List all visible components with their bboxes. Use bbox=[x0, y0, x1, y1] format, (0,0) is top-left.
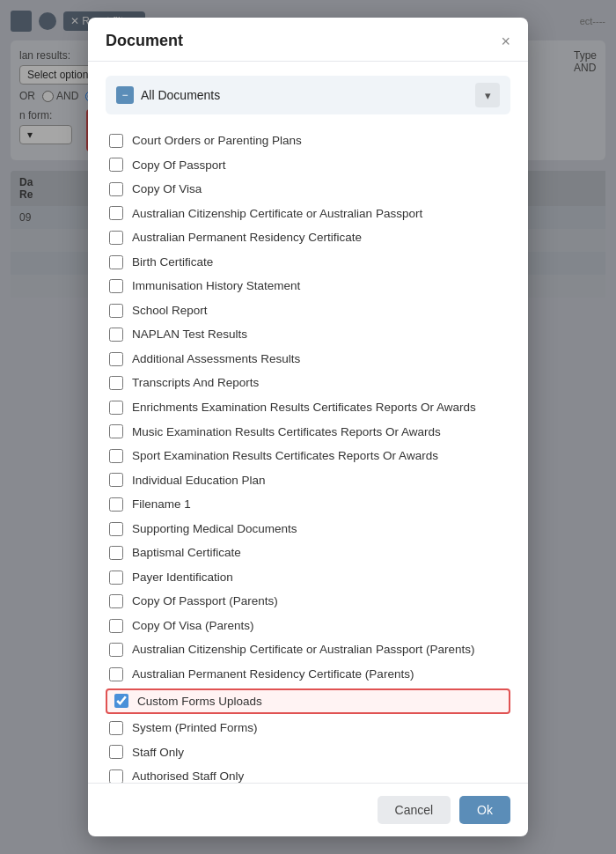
list-item: Custom Forms Uploads bbox=[106, 688, 510, 715]
checkbox-baptismal[interactable] bbox=[109, 546, 123, 560]
item-label-aus-citizenship: Australian Citizenship Certificate or Au… bbox=[132, 206, 422, 222]
list-item: Music Examination Results Certificates R… bbox=[106, 420, 510, 445]
checkbox-authorised-staff[interactable] bbox=[109, 769, 123, 783]
checkbox-aus-citizenship[interactable] bbox=[109, 206, 123, 220]
list-item: System (Printed Forms) bbox=[106, 716, 510, 740]
list-item: Staff Only bbox=[106, 740, 510, 765]
item-label-staff-only: Staff Only bbox=[132, 745, 184, 761]
list-item: Supporting Medical Documents bbox=[106, 517, 510, 541]
item-label-transcripts: Transcripts And Reports bbox=[132, 375, 259, 391]
list-item: Payer Identification bbox=[106, 565, 510, 590]
list-item: Australian Citizenship Certificate or Au… bbox=[106, 637, 510, 662]
item-label-school-report: School Report bbox=[132, 303, 208, 319]
list-item: Immunisation History Statement bbox=[106, 274, 510, 298]
list-item: Transcripts And Reports bbox=[106, 371, 510, 395]
checkbox-copy-passport-parents[interactable] bbox=[109, 594, 123, 608]
all-docs-chevron-button[interactable]: ▾ bbox=[475, 83, 500, 107]
list-item: Authorised Staff Only bbox=[106, 764, 510, 783]
list-item: Filename 1 bbox=[106, 492, 510, 517]
list-item: Additional Assessments Results bbox=[106, 347, 510, 372]
checkbox-supporting-medical[interactable] bbox=[109, 522, 123, 536]
item-label-sport-exam: Sport Examination Results Certificates R… bbox=[132, 448, 438, 464]
checkbox-music-exam[interactable] bbox=[109, 424, 123, 438]
all-docs-icon: − bbox=[116, 86, 134, 104]
checkbox-aus-permanent[interactable] bbox=[109, 231, 123, 245]
chevron-down-icon: ▾ bbox=[485, 89, 491, 102]
item-label-additional-assess: Additional Assessments Results bbox=[132, 351, 300, 367]
checkbox-filename1[interactable] bbox=[109, 497, 123, 512]
item-label-court-orders: Court Orders or Parenting Plans bbox=[132, 133, 302, 149]
checkbox-staff-only[interactable] bbox=[109, 745, 123, 759]
item-label-baptismal: Baptismal Certificate bbox=[132, 545, 241, 561]
item-label-copy-passport: Copy Of Passport bbox=[132, 158, 226, 173]
cancel-button[interactable]: Cancel bbox=[378, 796, 451, 824]
item-label-system-printed: System (Printed Forms) bbox=[132, 720, 258, 736]
item-label-enrichments: Enrichments Examination Results Certific… bbox=[132, 400, 476, 416]
checkbox-copy-visa[interactable] bbox=[109, 182, 123, 196]
checkbox-birth-cert[interactable] bbox=[109, 255, 123, 269]
list-item: Enrichments Examination Results Certific… bbox=[106, 395, 510, 420]
list-item: School Report bbox=[106, 298, 510, 323]
document-modal: Document × − All Documents ▾ Court Order… bbox=[88, 18, 528, 836]
item-label-aus-permanent-parents: Australian Permanent Residency Certifica… bbox=[132, 666, 414, 682]
item-label-aus-citizenship-parents: Australian Citizenship Certificate or Au… bbox=[132, 642, 474, 658]
modal-header: Document × bbox=[88, 18, 528, 62]
item-label-custom-forms: Custom Forms Uploads bbox=[137, 694, 262, 710]
list-item: Baptismal Certificate bbox=[106, 541, 510, 565]
list-item: Copy Of Passport (Parents) bbox=[106, 589, 510, 614]
checkbox-naplan[interactable] bbox=[109, 328, 123, 342]
list-item: Court Orders or Parenting Plans bbox=[106, 129, 510, 153]
list-item: NAPLAN Test Results bbox=[106, 322, 510, 347]
list-item: Australian Permanent Residency Certifica… bbox=[106, 662, 510, 687]
list-item: Sport Examination Results Certificates R… bbox=[106, 444, 510, 468]
item-label-copy-passport-parents: Copy Of Passport (Parents) bbox=[132, 593, 278, 609]
item-label-copy-visa: Copy Of Visa bbox=[132, 181, 202, 197]
checkbox-custom-forms[interactable] bbox=[114, 694, 128, 708]
modal-footer: Cancel Ok bbox=[88, 783, 528, 836]
checkbox-additional-assess[interactable] bbox=[109, 352, 123, 366]
modal-close-button[interactable]: × bbox=[501, 33, 510, 49]
item-label-birth-cert: Birth Certificate bbox=[132, 254, 213, 270]
item-label-individual-ed: Individual Education Plan bbox=[132, 473, 266, 489]
ok-button[interactable]: Ok bbox=[459, 796, 510, 824]
list-item: Birth Certificate bbox=[106, 250, 510, 275]
item-label-supporting-medical: Supporting Medical Documents bbox=[132, 521, 297, 537]
all-documents-row[interactable]: − All Documents ▾ bbox=[106, 76, 510, 114]
item-label-immunisation: Immunisation History Statement bbox=[132, 278, 300, 294]
checkbox-sport-exam[interactable] bbox=[109, 449, 123, 463]
item-label-naplan: NAPLAN Test Results bbox=[132, 327, 247, 342]
checkbox-payer-id[interactable] bbox=[109, 571, 123, 585]
item-label-authorised-staff: Authorised Staff Only bbox=[132, 769, 244, 783]
document-checkbox-list: Court Orders or Parenting PlansCopy Of P… bbox=[106, 129, 510, 783]
list-item: Australian Permanent Residency Certifica… bbox=[106, 225, 510, 250]
checkbox-aus-permanent-parents[interactable] bbox=[109, 667, 123, 681]
list-item: Australian Citizenship Certificate or Au… bbox=[106, 202, 510, 226]
modal-title: Document bbox=[106, 32, 183, 50]
checkbox-system-printed[interactable] bbox=[109, 721, 123, 735]
item-label-music-exam: Music Examination Results Certificates R… bbox=[132, 424, 441, 440]
checkbox-individual-ed[interactable] bbox=[109, 473, 123, 487]
checkbox-enrichments[interactable] bbox=[109, 401, 123, 415]
item-label-aus-permanent: Australian Permanent Residency Certifica… bbox=[132, 230, 362, 246]
checkbox-aus-citizenship-parents[interactable] bbox=[109, 643, 123, 657]
checkbox-school-report[interactable] bbox=[109, 304, 123, 318]
checkbox-copy-visa-parents[interactable] bbox=[109, 619, 123, 633]
list-item: Copy Of Passport bbox=[106, 153, 510, 178]
checkbox-copy-passport[interactable] bbox=[109, 158, 123, 172]
list-item: Individual Education Plan bbox=[106, 468, 510, 493]
list-item: Copy Of Visa (Parents) bbox=[106, 614, 510, 638]
checkbox-immunisation[interactable] bbox=[109, 279, 123, 293]
all-docs-label: All Documents bbox=[141, 88, 220, 102]
checkbox-court-orders[interactable] bbox=[109, 134, 123, 148]
item-label-filename1: Filename 1 bbox=[132, 497, 191, 512]
item-label-copy-visa-parents: Copy Of Visa (Parents) bbox=[132, 618, 254, 634]
item-label-payer-id: Payer Identification bbox=[132, 570, 233, 585]
checkbox-transcripts[interactable] bbox=[109, 376, 123, 390]
list-item: Copy Of Visa bbox=[106, 177, 510, 202]
modal-body[interactable]: − All Documents ▾ Court Orders or Parent… bbox=[88, 62, 528, 783]
modal-overlay: Document × − All Documents ▾ Court Order… bbox=[0, 0, 616, 854]
